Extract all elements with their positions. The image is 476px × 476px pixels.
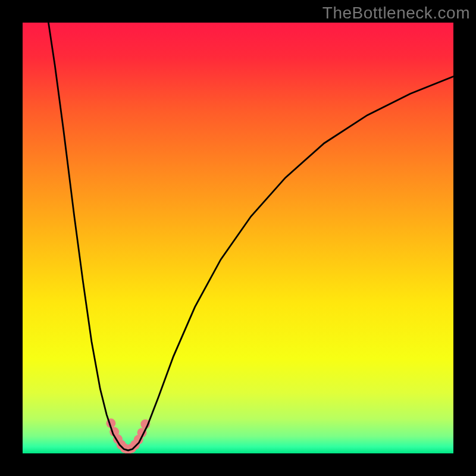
plot-area (23, 23, 453, 453)
watermark-text: TheBottleneck.com (322, 4, 470, 23)
outer-frame: TheBottleneck.com (0, 0, 476, 476)
gradient-background (23, 23, 453, 453)
bottleneck-chart (23, 23, 453, 453)
